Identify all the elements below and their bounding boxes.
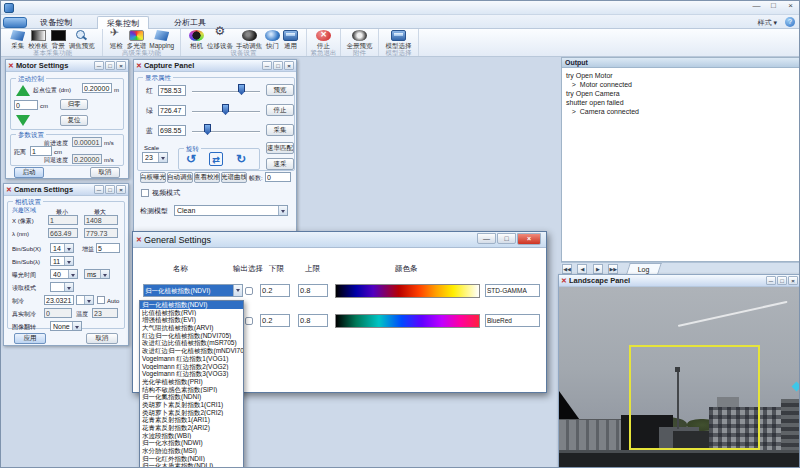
dropdown-item[interactable]: 类胡萝卜素反射指数2(CRI2) xyxy=(140,409,243,417)
rotate-right-icon[interactable]: ↻ xyxy=(234,152,248,166)
dropdown-item[interactable]: 归一化氮指数(NDNI) xyxy=(140,393,243,401)
start-motor-button[interactable]: 启动 xyxy=(14,167,44,178)
panel-close-button[interactable]: × xyxy=(284,61,294,70)
window-maximize-button[interactable]: □ xyxy=(765,1,782,12)
dropdown-item[interactable]: 红边归一化植被指数(NDVI705) xyxy=(140,332,243,340)
index-name-dropdown[interactable]: 归一化植被指数(NDVI) xyxy=(143,284,243,297)
scale-dropdown[interactable]: 23 xyxy=(142,152,168,163)
upper-limit-input-row1[interactable] xyxy=(298,284,328,297)
cancel-camera-button[interactable]: 取消 xyxy=(86,333,118,344)
tab-scroll-last-button[interactable]: ▶▶ xyxy=(608,264,618,274)
roi-rectangle[interactable] xyxy=(629,345,760,450)
calibration-board-button[interactable]: 校准板 xyxy=(27,30,49,49)
dropdown-item[interactable]: Vogelmann 红边指数1(VOG1) xyxy=(140,355,243,363)
bin-lambda-dropdown[interactable]: 11 xyxy=(50,256,74,266)
green-wavelength-input[interactable] xyxy=(158,105,186,116)
panel-minimize-button[interactable]: ─ xyxy=(94,185,104,194)
panel-minimize-button[interactable]: ─ xyxy=(262,61,272,70)
background-button[interactable]: 背景 xyxy=(50,30,67,49)
temperature-input[interactable] xyxy=(92,308,118,318)
start-position-input[interactable] xyxy=(82,83,112,93)
upper-limit-input-row2[interactable] xyxy=(298,314,328,327)
jog-distance-input[interactable] xyxy=(14,100,38,110)
landscape-preview-image[interactable] xyxy=(559,287,800,468)
dropdown-item[interactable]: 水波段指数(WBI) xyxy=(140,432,243,440)
dropdown-item[interactable]: 归一化木质素指数(NDLI) xyxy=(140,462,243,468)
dropdown-item[interactable]: Vogelmann 红边指数2(VOG2) xyxy=(140,363,243,371)
view-calibration-button[interactable]: 查看校准 xyxy=(194,172,220,183)
patrol-button[interactable]: 巡检 xyxy=(108,30,125,49)
preview-button[interactable]: 预览 xyxy=(266,84,294,96)
lower-limit-input-row1[interactable] xyxy=(260,284,290,297)
model-select-button[interactable]: 模型选择 xyxy=(385,30,413,49)
real-cooling-input[interactable] xyxy=(44,308,72,318)
dropdown-item[interactable]: 水分胁迫指数(MSI) xyxy=(140,447,243,455)
tab-device-control[interactable]: 设备控制 xyxy=(31,16,81,29)
panel-close-button[interactable]: × xyxy=(116,185,126,194)
dropdown-item[interactable]: 光化学植被指数(PRI) xyxy=(140,378,243,386)
fast-acquire-button[interactable]: 速采 xyxy=(266,158,294,170)
lambda-min-input[interactable] xyxy=(48,228,78,238)
general-device-button[interactable]: 通用 xyxy=(282,30,299,49)
dropdown-item[interactable]: 比值植被指数(RVI) xyxy=(140,309,243,317)
camera-device-button[interactable]: 相机 xyxy=(188,30,205,49)
zero-button[interactable]: 归零 xyxy=(60,99,88,110)
multispectral-button[interactable]: 多光谱 xyxy=(126,30,148,49)
dropdown-item[interactable]: 大气阻抗植被指数(ARVI) xyxy=(140,324,243,332)
red-slider-track[interactable] xyxy=(192,91,260,93)
panel-close-button[interactable]: × xyxy=(116,61,126,70)
reset-button[interactable]: 复位 xyxy=(60,115,88,126)
move-down-arrow-button[interactable] xyxy=(16,115,30,126)
spectral-curve-button[interactable]: 光谱曲线 xyxy=(221,172,247,183)
dropdown-item[interactable]: 归一化红外指数(NDII) xyxy=(140,455,243,463)
style-dropdown-button[interactable]: 样式 ▾ xyxy=(758,18,777,28)
dialog-minimize-button[interactable]: — xyxy=(477,233,496,244)
stage-device-button[interactable]: 位移设备 xyxy=(206,30,234,49)
tab-acquisition-control[interactable]: 采集控制 xyxy=(97,16,149,29)
dropdown-item[interactable]: 改进红边归一化植被指数(mNDVI705) xyxy=(140,347,243,355)
forward-speed-input[interactable] xyxy=(72,137,102,147)
dropdown-item[interactable]: 归一化水指数(NDWI) xyxy=(140,439,243,447)
app-menu-button[interactable] xyxy=(3,17,27,28)
stop-button[interactable]: 停止 xyxy=(315,30,332,49)
exposure-unit-dropdown[interactable]: ms xyxy=(84,269,110,279)
rotate-left-icon[interactable]: ↺ xyxy=(184,152,198,166)
log-tab[interactable]: Log xyxy=(626,263,661,274)
lambda-max-input[interactable] xyxy=(84,228,118,238)
cooling-input[interactable] xyxy=(44,295,74,305)
distance-input[interactable] xyxy=(30,146,52,156)
image-flip-dropdown[interactable]: None xyxy=(50,321,82,331)
dropdown-item[interactable]: 改进红边比值植被指数(mSR705) xyxy=(140,339,243,347)
help-icon[interactable]: ? xyxy=(785,17,795,27)
return-speed-input[interactable] xyxy=(72,154,102,164)
readout-mode-dropdown[interactable] xyxy=(50,282,74,292)
panel-maximize-button[interactable]: □ xyxy=(105,61,115,70)
tab-scroll-first-button[interactable]: ◀◀ xyxy=(562,264,572,274)
whiteboard-exposure-button[interactable]: 白板曝光 xyxy=(140,172,166,183)
cancel-motor-button[interactable]: 取消 xyxy=(90,167,120,178)
gain-input[interactable] xyxy=(96,243,120,253)
cooling-dropdown[interactable] xyxy=(76,295,94,305)
tab-analysis-tools[interactable]: 分析工具 xyxy=(165,16,215,29)
dropdown-item[interactable]: 花青素反射指数1(ARI1) xyxy=(140,416,243,424)
bin-x-dropdown[interactable]: 14 xyxy=(50,243,74,253)
apply-button[interactable]: 应用 xyxy=(14,333,46,344)
output-select-checkbox-row2[interactable] xyxy=(245,317,253,325)
window-close-button[interactable]: × xyxy=(782,1,799,12)
panel-maximize-button[interactable]: □ xyxy=(777,276,787,285)
acquire-button[interactable]: 采集 xyxy=(266,124,294,136)
mapping-button[interactable]: Mapping xyxy=(148,30,175,49)
video-mode-checkbox[interactable] xyxy=(141,189,149,197)
shutter-button[interactable]: 快门 xyxy=(264,30,281,49)
panorama-preview-button[interactable]: 全景预览 xyxy=(346,30,374,49)
stop-capture-button[interactable]: 停止 xyxy=(266,104,294,116)
panel-maximize-button[interactable]: □ xyxy=(273,61,283,70)
red-wavelength-input[interactable] xyxy=(158,85,186,96)
rate-match-button[interactable]: 速率匹配 xyxy=(266,142,294,154)
colorbar-name-row2[interactable] xyxy=(485,314,540,327)
frames-input[interactable] xyxy=(265,172,291,182)
panel-minimize-button[interactable]: ─ xyxy=(94,61,104,70)
panel-close-button[interactable]: × xyxy=(788,276,798,285)
blue-slider-track[interactable] xyxy=(192,131,260,133)
auto-focus-button[interactable]: 自动调焦 xyxy=(167,172,193,183)
